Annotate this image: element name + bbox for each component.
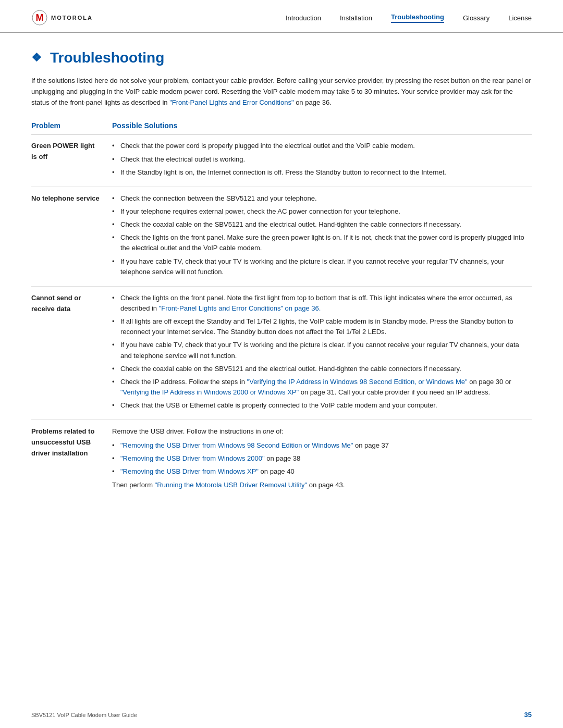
list-item: Check the lights on the front panel. Mak… bbox=[112, 232, 532, 253]
motorola-logo: M MOTOROLA bbox=[31, 9, 93, 26]
front-panel-link-1[interactable]: "Front-Panel Lights and Error Conditions… bbox=[159, 304, 321, 312]
usb-intro-text: Remove the USB driver. Follow the instru… bbox=[112, 426, 532, 437]
nav-installation[interactable]: Installation bbox=[340, 14, 372, 22]
list-item: Check the coaxial cable on the SBV5121 a… bbox=[112, 364, 532, 374]
motorola-utility-link[interactable]: "Running the Motorola USB Driver Removal… bbox=[155, 481, 307, 489]
solutions-cell: Remove the USB driver. Follow the instru… bbox=[112, 420, 532, 498]
problem-label: No telephone service bbox=[31, 187, 112, 286]
table-row: Cannot send or receive data Check the li… bbox=[31, 286, 532, 419]
nav-troubleshooting[interactable]: Troubleshooting bbox=[391, 13, 444, 23]
list-item: Check that the electrical outlet is work… bbox=[112, 154, 532, 165]
page-title-row: ❖ Troubleshooting bbox=[31, 50, 532, 66]
list-item: Check that the USB or Ethernet cable is … bbox=[112, 400, 532, 411]
table-row: No telephone service Check the connectio… bbox=[31, 187, 532, 286]
usb-then-text: Then perform "Running the Motorola USB D… bbox=[112, 480, 532, 491]
usb-winxp-link[interactable]: "Removing the USB Driver from Windows XP… bbox=[120, 467, 259, 475]
verify-ip-2000-link[interactable]: "Verifying the IP Address in Windows 200… bbox=[120, 388, 299, 396]
footer-guide: SBV5121 VoIP Cable Modem User Guide bbox=[31, 712, 137, 718]
problem-label: Cannot send or receive data bbox=[31, 286, 112, 419]
header: M MOTOROLA Introduction Installation Tro… bbox=[0, 0, 563, 33]
main-content: ❖ Troubleshooting If the solutions liste… bbox=[0, 33, 563, 539]
solution-list: Check the connection between the SBV5121… bbox=[112, 193, 532, 277]
table-row: Problems related to unsuccessful USB dri… bbox=[31, 420, 532, 498]
list-item: Check the coaxial cable on the SBV5121 a… bbox=[112, 219, 532, 230]
usb-solution-list: "Removing the USB Driver from Windows 98… bbox=[112, 440, 532, 477]
footer-page: 35 bbox=[524, 711, 532, 719]
solutions-cell: Check the connection between the SBV5121… bbox=[112, 187, 532, 286]
solution-list: Check that the power cord is properly pl… bbox=[112, 141, 532, 177]
front-panel-link-intro[interactable]: "Front-Panel Lights and Error Conditions… bbox=[169, 98, 293, 106]
nav-license[interactable]: License bbox=[508, 14, 532, 22]
list-item: If you have cable TV, check that your TV… bbox=[112, 340, 532, 361]
list-item: If all lights are off except the Standby… bbox=[112, 316, 532, 337]
list-item: Check the connection between the SBV5121… bbox=[112, 193, 532, 204]
nav-glossary[interactable]: Glossary bbox=[463, 14, 489, 22]
troubleshoot-table: Problem Possible Solutions Green POWER l… bbox=[31, 119, 532, 497]
problem-label: Problems related to unsuccessful USB dri… bbox=[31, 420, 112, 498]
nav-introduction[interactable]: Introduction bbox=[286, 14, 321, 22]
motorola-text: MOTOROLA bbox=[51, 15, 93, 21]
intro-paragraph: If the solutions listed here do not solv… bbox=[31, 76, 532, 108]
svg-text:M: M bbox=[36, 13, 44, 23]
logo-area: M MOTOROLA bbox=[31, 9, 115, 26]
list-item: "Removing the USB Driver from Windows 98… bbox=[112, 440, 532, 451]
title-bullet: ❖ bbox=[31, 51, 42, 65]
usb-win98-link[interactable]: "Removing the USB Driver from Windows 98… bbox=[120, 441, 353, 449]
intro-suffix: on page 36. bbox=[294, 98, 332, 106]
list-item: Check the lights on the front panel. Not… bbox=[112, 293, 532, 314]
list-item: If your telephone requires external powe… bbox=[112, 206, 532, 217]
solutions-cell: Check the lights on the front panel. Not… bbox=[112, 286, 532, 419]
list-item: If you have cable TV, check that your TV… bbox=[112, 256, 532, 277]
motorola-icon: M bbox=[31, 9, 48, 26]
verify-ip-98-link[interactable]: "Verifying the IP Address in Windows 98 … bbox=[247, 378, 468, 386]
col-header-problem: Problem bbox=[31, 119, 112, 134]
table-row: Green POWER light is off Check that the … bbox=[31, 134, 532, 187]
list-item: "Removing the USB Driver from Windows 20… bbox=[112, 453, 532, 464]
nav-bar: Introduction Installation Troubleshootin… bbox=[286, 13, 532, 23]
list-item: Check the IP address. Follow the steps i… bbox=[112, 377, 532, 398]
usb-win2000-link[interactable]: "Removing the USB Driver from Windows 20… bbox=[120, 454, 265, 462]
solution-list: Check the lights on the front panel. Not… bbox=[112, 293, 532, 411]
problem-label: Green POWER light is off bbox=[31, 134, 112, 187]
solutions-cell: Check that the power cord is properly pl… bbox=[112, 134, 532, 187]
footer: SBV5121 VoIP Cable Modem User Guide 35 bbox=[0, 701, 563, 728]
list-item: Check that the power cord is properly pl… bbox=[112, 141, 532, 151]
list-item: If the Standby light is on, the Internet… bbox=[112, 167, 532, 178]
col-header-solutions: Possible Solutions bbox=[112, 119, 532, 134]
page-title: Troubleshooting bbox=[50, 50, 164, 66]
list-item: "Removing the USB Driver from Windows XP… bbox=[112, 466, 532, 477]
